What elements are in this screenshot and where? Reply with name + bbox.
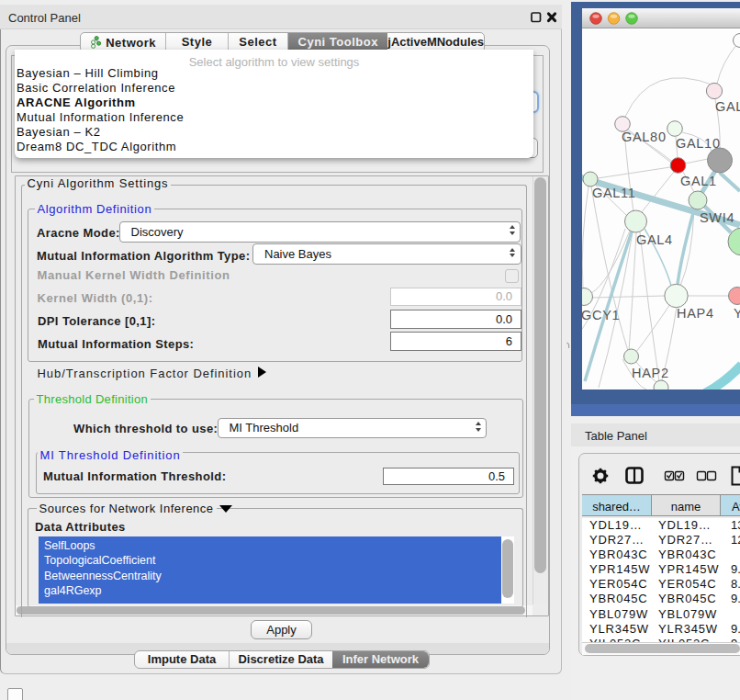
svg-text:GAL11: GAL11 <box>592 186 636 200</box>
svg-text:GAL7: GAL7 <box>715 99 740 114</box>
svg-text:GAL1: GAL1 <box>680 174 717 188</box>
svg-text:GAL10: GAL10 <box>676 136 721 151</box>
svg-text:HAP2: HAP2 <box>632 366 669 380</box>
svg-text:GCY1: GCY1 <box>582 308 620 322</box>
svg-text:HAP4: HAP4 <box>677 306 714 321</box>
svg-text:GAL4: GAL4 <box>636 232 673 247</box>
svg-text:Y: Y <box>734 306 740 321</box>
svg-text:SWI4: SWI4 <box>700 210 734 225</box>
svg-text:GAL80: GAL80 <box>622 130 667 144</box>
